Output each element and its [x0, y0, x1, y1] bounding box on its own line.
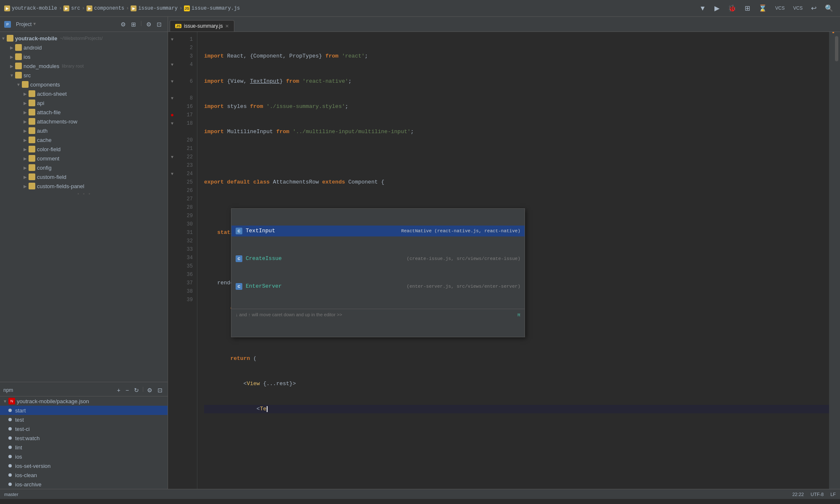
- npm-add-btn[interactable]: +: [116, 386, 122, 394]
- tree-item-ios[interactable]: ▶ ios: [0, 52, 168, 61]
- undo-btn[interactable]: ↩: [808, 3, 819, 13]
- label-src: src: [24, 72, 31, 79]
- ln-22: 22: [176, 153, 197, 161]
- tree-item-cache[interactable]: ▶ cache: [0, 135, 168, 144]
- tree-item-attachments-row[interactable]: ▶ attachments-row: [0, 117, 168, 126]
- folder-icon-issue-summary: ▶: [131, 5, 136, 11]
- code-line-4: import MultilineInput from '../multiline…: [204, 128, 829, 136]
- npm-script-test-label: test: [15, 417, 24, 423]
- gutter-fold-1[interactable]: ▼: [168, 35, 176, 44]
- gutter-18: [168, 128, 176, 136]
- breadcrumb-sep-1: ›: [59, 5, 62, 11]
- coverage-btn[interactable]: ⊞: [742, 3, 753, 13]
- editor-content[interactable]: ▼ ▼ ▼ ▼ ● ▼ ▼ ▼: [168, 32, 840, 489]
- npm-settings-btn[interactable]: ⚙: [145, 386, 154, 394]
- ln-8: 8: [176, 94, 197, 102]
- tree-item-components[interactable]: ▼ components: [0, 80, 168, 89]
- icon-color-field: [29, 146, 35, 152]
- dropdown-btn[interactable]: ▼: [697, 3, 709, 13]
- settings-btn[interactable]: ⚙: [144, 20, 153, 29]
- ln-21: 21: [176, 144, 197, 153]
- ac-icon-textinput: C: [236, 228, 242, 234]
- npm-script-test-ci[interactable]: test-ci: [0, 424, 168, 433]
- icon-comment: [29, 155, 35, 162]
- npm-script-ios-archive[interactable]: ios-archive: [0, 480, 168, 489]
- breadcrumb-item-issue-summary[interactable]: ▶ issue-summary: [131, 5, 178, 11]
- vcs-btn-2[interactable]: VCS: [790, 4, 805, 12]
- ln-4: 4: [176, 60, 197, 69]
- tree-item-src[interactable]: ▼ src: [0, 71, 168, 80]
- debug-btn[interactable]: 🐞: [725, 3, 739, 13]
- tree-item-auth[interactable]: ▶ auth: [0, 126, 168, 135]
- tab-issue-summary[interactable]: JS issue-summary.js ✕: [170, 20, 234, 32]
- search-btn[interactable]: 🔍: [822, 3, 836, 13]
- breadcrumb-item-file[interactable]: JS issue-summary.js: [184, 5, 240, 11]
- sync-btn[interactable]: ⚙: [119, 20, 128, 29]
- npm-script-test-watch[interactable]: test:watch: [0, 433, 168, 443]
- line-numbers: 1 2 3 4 6 8 16 17 18 20 21 22 23 2: [176, 32, 197, 489]
- arrow-custom-field: ▶: [22, 175, 29, 179]
- gutter-fold-17b[interactable]: ▼: [168, 119, 176, 128]
- npm-refresh-btn[interactable]: ↻: [132, 386, 141, 394]
- collapse-btn[interactable]: ⊞: [129, 20, 138, 29]
- tree-item-color-field[interactable]: ▶ color-field: [0, 144, 168, 154]
- gutter-fold-6[interactable]: ▼: [168, 77, 176, 86]
- vcs-btn-1[interactable]: VCS: [773, 4, 788, 12]
- layout-btn[interactable]: ⊡: [155, 20, 163, 29]
- gutter-fold-21[interactable]: ▼: [168, 153, 176, 161]
- ac-item-enterserver[interactable]: C EnterServer (enter-server.js, src/view…: [231, 281, 525, 292]
- scrollbar-thumb[interactable]: [835, 36, 838, 61]
- npm-remove-btn[interactable]: −: [124, 386, 131, 394]
- npm-header-actions: + − ↻ | ⚙ ⊡: [116, 386, 165, 394]
- npm-script-start[interactable]: start: [0, 406, 168, 415]
- tree-item-attach-file[interactable]: ▶ attach-file: [0, 108, 168, 117]
- code-line-3: import styles from './issue-summary.styl…: [204, 102, 829, 111]
- code-lines[interactable]: import React, {Component, PropTypes} fro…: [197, 32, 829, 489]
- npm-script-lint[interactable]: lint: [0, 443, 168, 452]
- npm-dot-ios-set-version: [8, 464, 12, 467]
- tree-item-comment[interactable]: ▶ comment: [0, 154, 168, 163]
- npm-layout-btn[interactable]: ⊡: [156, 386, 164, 394]
- ac-name-enterserver: EnterServer: [246, 282, 309, 291]
- tree-root[interactable]: ▼ youtrack-mobile ~/WebstormProjects/: [0, 34, 168, 43]
- npm-script-ios-clean[interactable]: ios-clean: [0, 470, 168, 480]
- profile-btn[interactable]: ⌛: [756, 3, 769, 13]
- gutter-7: [168, 86, 176, 94]
- tree-item-action-sheet[interactable]: ▶ action-sheet: [0, 89, 168, 98]
- npm-script-ios[interactable]: ios: [0, 452, 168, 461]
- code-line-5: [204, 153, 829, 161]
- tree-item-custom-field[interactable]: ▶ custom-field: [0, 172, 168, 181]
- ac-item-textinput[interactable]: C TextInput ReactNative (react-native.js…: [231, 226, 525, 236]
- project-dropdown[interactable]: Project ▼: [16, 21, 36, 27]
- arrow-config: ▶: [22, 165, 29, 170]
- ln-3: 3: [176, 52, 197, 60]
- npm-script-test[interactable]: test: [0, 415, 168, 424]
- tree-item-node-modules[interactable]: ▶ node_modules library root: [0, 61, 168, 71]
- gutter-fold-4[interactable]: ▼: [168, 60, 176, 69]
- gutter-fold-26[interactable]: ▼: [168, 170, 176, 178]
- tree-item-config[interactable]: ▶ config: [0, 163, 168, 172]
- status-left: master: [4, 492, 18, 497]
- editor-tabs: JS issue-summary.js ✕: [168, 17, 840, 32]
- npm-script-ios-set-version[interactable]: ios-set-version: [0, 461, 168, 470]
- gutter-fold-8[interactable]: ▼: [168, 94, 176, 102]
- tab-close-btn[interactable]: ✕: [225, 24, 229, 29]
- npm-package-item[interactable]: ▼ N youtrack-mobile/package.json: [0, 396, 168, 406]
- npm-dot-test-ci: [8, 427, 12, 430]
- label-cache: cache: [37, 137, 52, 143]
- breadcrumb-item-components[interactable]: ▶ components: [87, 5, 124, 11]
- tree-item-android[interactable]: ▶ android: [0, 43, 168, 52]
- tree-item-custom-fields-panel[interactable]: ▶ custom-fields-panel: [0, 181, 168, 191]
- icon-auth: [29, 127, 35, 134]
- gutter-17: ●: [168, 111, 176, 119]
- ln-19: [176, 128, 197, 136]
- ac-item-createissue[interactable]: C CreateIssue (create-issue.js, src/view…: [231, 253, 525, 264]
- run-btn[interactable]: ▶: [712, 3, 722, 13]
- tree-item-api[interactable]: ▶ api: [0, 98, 168, 108]
- label-node-modules: node_modules: [24, 63, 59, 69]
- breadcrumb-item-youtrack[interactable]: ▶ youtrack-mobile: [4, 5, 57, 11]
- breadcrumb-item-src[interactable]: ▶ src: [63, 5, 80, 11]
- editor-scrollbar[interactable]: [834, 32, 840, 489]
- ln-38: 38: [176, 287, 197, 296]
- ac-source-enterserver: (enter-server.js, src/views/enter-server…: [407, 282, 520, 291]
